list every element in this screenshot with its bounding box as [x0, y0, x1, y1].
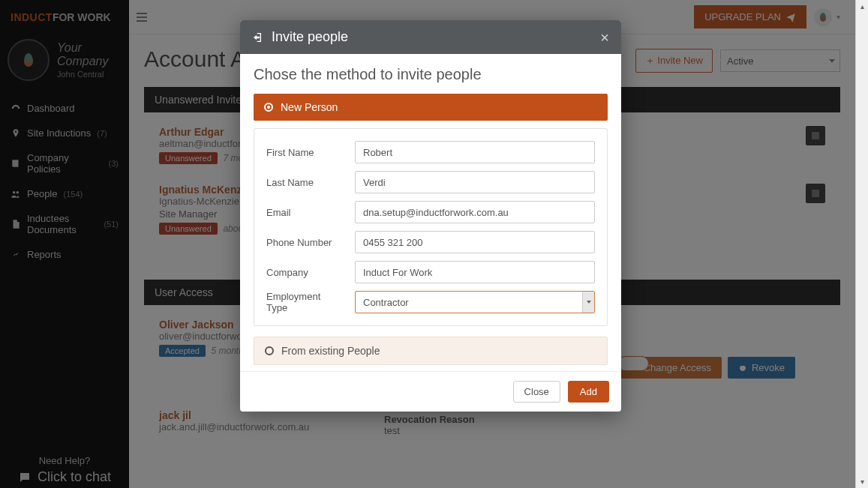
radio-icon [264, 103, 273, 112]
scroll-track[interactable] [856, 13, 868, 475]
phone-label: Phone Number [266, 237, 355, 248]
employment-type-value: Contractor [363, 297, 409, 308]
chevron-down-icon [582, 292, 594, 313]
modal-subtitle: Chose the method to invite people [254, 66, 608, 83]
scroll-down-icon[interactable]: ▾ [856, 475, 868, 488]
scroll-up-icon[interactable]: ▴ [856, 0, 868, 13]
employment-type-select[interactable]: Contractor [355, 291, 595, 313]
modal-body: Chose the method to invite people New Pe… [240, 54, 621, 371]
close-icon[interactable]: × [600, 30, 609, 45]
close-button[interactable]: Close [513, 381, 560, 403]
radio-icon [265, 346, 274, 355]
new-person-form: First Name Last Name Email Phone Number … [254, 128, 608, 326]
emp-type-line1: Employment [266, 291, 320, 302]
modal-footer: Close Add [240, 371, 621, 412]
vertical-scrollbar[interactable]: ▴ ▾ [855, 0, 868, 488]
phone-field[interactable] [355, 231, 595, 253]
first-name-label: First Name [266, 147, 355, 158]
company-label: Company [266, 267, 355, 278]
login-icon [252, 31, 264, 43]
option-existing-label: From existing People [281, 345, 380, 357]
last-name-field[interactable] [355, 171, 595, 193]
first-name-field[interactable] [355, 141, 595, 163]
add-button[interactable]: Add [568, 381, 609, 403]
option-existing-people[interactable]: From existing People [254, 337, 608, 365]
email-label: Email [266, 207, 355, 218]
employment-type-label: Employment Type [266, 291, 355, 313]
option-new-person[interactable]: New Person [254, 94, 608, 121]
modal-header: Invite people × [240, 20, 621, 54]
last-name-label: Last Name [266, 177, 355, 188]
modal-title: Invite people [272, 29, 348, 45]
invite-people-modal: Invite people × Chose the method to invi… [240, 20, 621, 412]
company-field[interactable] [355, 261, 595, 283]
email-field[interactable] [355, 201, 595, 223]
option-new-label: New Person [281, 101, 338, 113]
emp-type-line2: Type [266, 302, 287, 313]
